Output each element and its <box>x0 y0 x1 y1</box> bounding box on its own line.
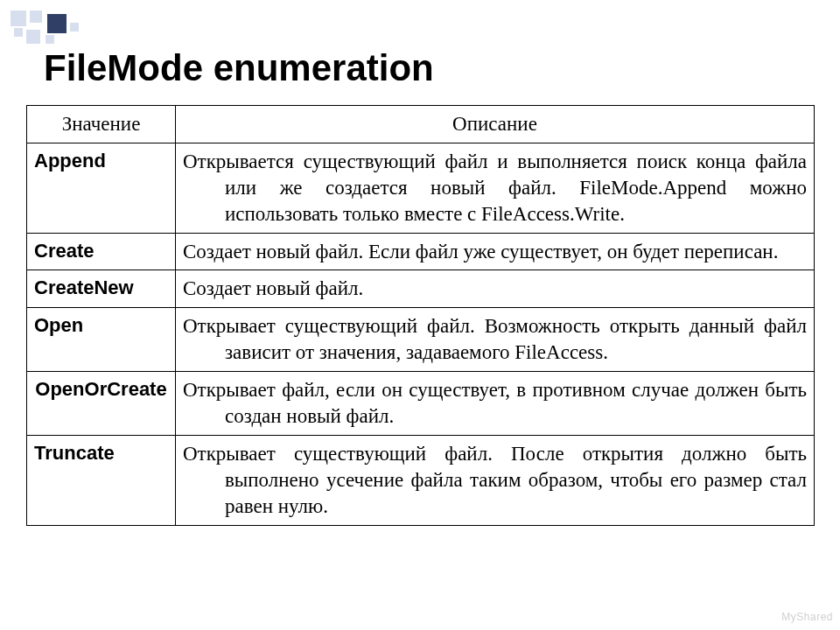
cell-desc: Создает новый файл. Если файл уже сущест… <box>176 233 815 270</box>
corner-decoration <box>10 10 133 46</box>
cell-desc: Открывает существующий файл. После откры… <box>176 435 815 525</box>
table-row: OpenOrCreate Открывает файл, если он сущ… <box>27 372 815 436</box>
cell-desc: Открывается существующий файл и выполняе… <box>176 143 815 233</box>
cell-value: Truncate <box>27 435 176 525</box>
table-header-row: Значение Описание <box>27 106 815 144</box>
cell-value: OpenOrCreate <box>27 372 176 436</box>
cell-value: Append <box>27 143 176 233</box>
table-row: Truncate Открывает существующий файл. По… <box>27 435 815 525</box>
watermark: MyShared <box>781 611 833 623</box>
cell-value: Open <box>27 308 176 372</box>
header-desc: Описание <box>176 106 815 144</box>
enumeration-table: Значение Описание Append Открывается сущ… <box>26 105 814 526</box>
slide: FileMode enumeration Значение Описание A… <box>0 0 840 630</box>
header-value: Значение <box>27 106 176 144</box>
cell-value: Create <box>27 233 176 270</box>
table-row: Append Открывается существующий файл и в… <box>27 143 815 233</box>
table-row: CreateNew Создает новый файл. <box>27 270 815 308</box>
table-row: Create Создает новый файл. Если файл уже… <box>27 233 815 270</box>
cell-desc: Открывает файл, если он существует, в пр… <box>176 372 815 436</box>
cell-desc: Открывает существующий файл. Возможность… <box>176 308 815 372</box>
table-row: Open Открывает существующий файл. Возмож… <box>27 308 815 372</box>
cell-value: CreateNew <box>27 270 176 308</box>
cell-desc: Создает новый файл. <box>176 270 815 308</box>
page-title: FileMode enumeration <box>44 47 434 89</box>
